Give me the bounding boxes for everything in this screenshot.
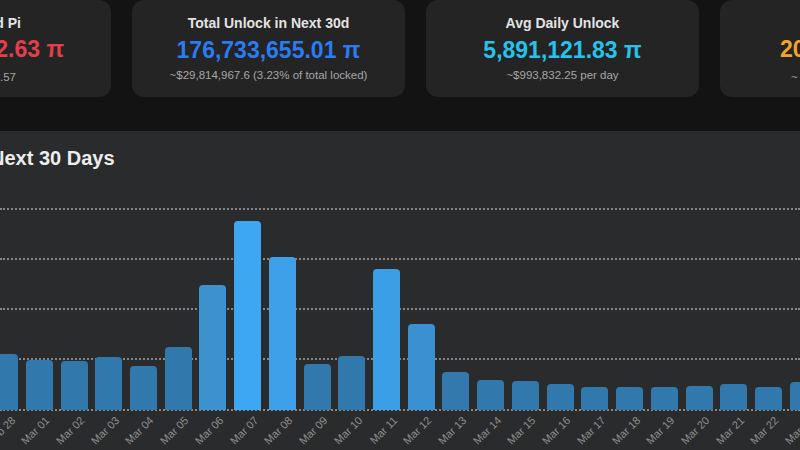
bar-mar-08[interactable] — [269, 257, 296, 410]
stat-card-avg-daily-unlock: Avg Daily Unlock 5,891,121.83 π ~$993,83… — [426, 0, 699, 97]
bar-mar-06[interactable] — [199, 285, 226, 410]
bar-mar-05[interactable] — [165, 347, 192, 410]
bar-mar-22[interactable] — [755, 387, 782, 410]
stat-card-subtext: 0.57 — [0, 71, 16, 83]
stat-card-subtext: ~ — [791, 71, 798, 83]
dashboard: d Pi 12.63 π 0.57 Total Unlock in Next 3… — [0, 0, 800, 450]
gridline — [0, 258, 800, 260]
stat-card-title: d Pi — [0, 15, 21, 31]
stat-card-value: 12.63 π — [0, 36, 64, 63]
bar-mar-17[interactable] — [581, 387, 608, 410]
bar-mar-02[interactable] — [61, 361, 88, 410]
bar-mar-01[interactable] — [26, 360, 53, 410]
bar-mar-15[interactable] — [512, 381, 539, 410]
bar-mar-19[interactable] — [651, 387, 678, 410]
bar-mar-10[interactable] — [338, 356, 365, 410]
stat-card-subtext: ~$29,814,967.6 (3.23% of total locked) — [132, 68, 405, 83]
stat-card-title: Avg Daily Unlock — [426, 14, 699, 32]
bar-mar-21[interactable] — [720, 384, 747, 410]
bar-mar-20[interactable] — [686, 386, 713, 410]
bar-mar-16[interactable] — [547, 384, 574, 410]
bar-mar-11[interactable] — [373, 269, 400, 410]
stat-card-subtext: ~$993,832.25 per day — [426, 68, 699, 83]
stat-card-total-unlock-30d: Total Unlock in Next 30d 176,733,655.01 … — [132, 0, 405, 97]
bar-mar-04[interactable] — [130, 366, 157, 410]
bar-mar-23[interactable] — [790, 382, 800, 410]
bar-mar-07[interactable] — [234, 221, 261, 410]
bar-mar-12[interactable] — [408, 324, 435, 410]
stat-card-right-clipped: 20 ~ — [720, 0, 800, 97]
stat-card-value: 20 — [780, 36, 800, 63]
bar-mar-13[interactable] — [442, 372, 469, 410]
stat-card-title: Total Unlock in Next 30d — [132, 14, 405, 32]
stat-card-value: 176,733,655.01 π — [132, 36, 405, 64]
bar-mar-03[interactable] — [95, 357, 122, 410]
stat-cards-row: d Pi 12.63 π 0.57 Total Unlock in Next 3… — [0, 0, 800, 97]
stat-card-locked-pi: d Pi 12.63 π 0.57 — [0, 0, 111, 97]
bar-feb-28[interactable] — [0, 354, 18, 410]
bar-mar-14[interactable] — [477, 380, 504, 410]
bar-mar-09[interactable] — [304, 364, 331, 410]
stat-card-value: 5,891,121.83 π — [426, 36, 699, 64]
bar-mar-18[interactable] — [616, 387, 643, 410]
plot-area: Feb 28Mar 01Mar 02Mar 03Mar 04Mar 05Mar … — [0, 131, 800, 450]
unlock-chart-panel: Next 30 Days Feb 28Mar 01Mar 02Mar 03Mar… — [0, 131, 800, 450]
gridline — [0, 208, 800, 210]
